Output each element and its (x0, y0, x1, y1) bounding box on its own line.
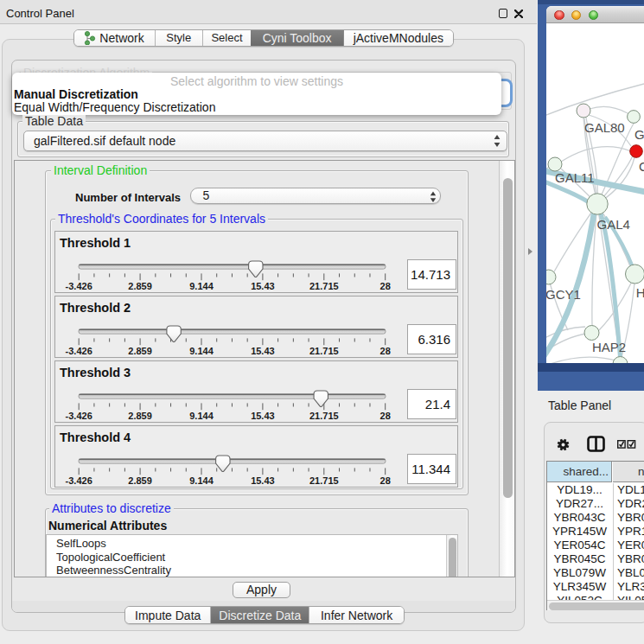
svg-text:HAP2: HAP2 (592, 340, 626, 354)
svg-text:28: 28 (380, 475, 391, 486)
svg-text:2.859: 2.859 (128, 411, 152, 421)
svg-text:-3.426: -3.426 (66, 281, 92, 291)
svg-text:9.144: 9.144 (189, 281, 214, 291)
svg-text:-3.426: -3.426 (66, 411, 92, 421)
svg-text:GCY1: GCY1 (546, 287, 581, 302)
svg-text:GAL80: GAL80 (584, 120, 625, 135)
svg-text:21.715: 21.715 (309, 475, 339, 486)
svg-text:-3.426: -3.426 (66, 475, 92, 486)
svg-text:9.144: 9.144 (189, 346, 214, 356)
svg-text:2.859: 2.859 (128, 281, 152, 291)
svg-text:-3.426: -3.426 (66, 346, 92, 356)
svg-text:15.43: 15.43 (251, 281, 275, 291)
svg-text:9.144: 9.144 (189, 475, 214, 486)
svg-text:15.43: 15.43 (251, 411, 275, 421)
svg-text:28: 28 (380, 346, 391, 356)
svg-text:21.715: 21.715 (309, 411, 339, 421)
svg-text:28: 28 (380, 411, 391, 421)
svg-text:2.859: 2.859 (128, 346, 152, 356)
svg-text:9.144: 9.144 (189, 411, 214, 421)
svg-text:C: C (639, 159, 644, 174)
svg-text:H: H (636, 285, 644, 300)
svg-text:2.859: 2.859 (128, 475, 152, 486)
svg-text:21.715: 21.715 (309, 346, 339, 356)
svg-text:GA: GA (634, 127, 644, 142)
svg-text:GAL11: GAL11 (555, 170, 595, 185)
svg-text:15.43: 15.43 (251, 346, 275, 356)
svg-text:15.43: 15.43 (251, 475, 275, 486)
svg-text:GAL4: GAL4 (597, 217, 630, 232)
svg-text:28: 28 (380, 281, 391, 291)
svg-text:21.715: 21.715 (309, 281, 339, 291)
